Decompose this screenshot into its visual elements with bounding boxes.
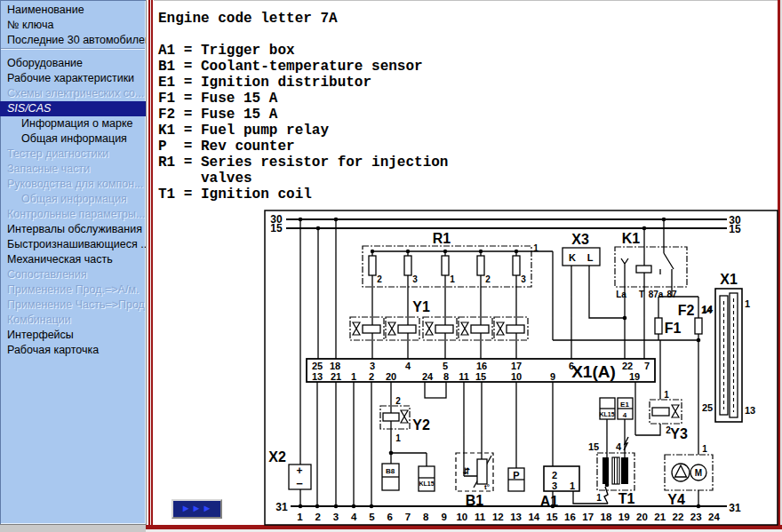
legend-line: R1 = Series resistor for injection: [158, 155, 448, 171]
sidebar-item-12: Руководства для компон...: [0, 177, 146, 192]
sidebar-item-9[interactable]: Общая информация: [0, 131, 146, 147]
pane-divider[interactable]: [146, 0, 154, 532]
legend-line: F1 = Fuse 15 A: [158, 91, 448, 107]
sidebar-separator: [1, 48, 145, 56]
legend-line: P = Rev counter: [158, 139, 448, 155]
sidebar-item-15[interactable]: Интервалы обслуживания: [0, 222, 146, 237]
sidebar-item-14: Контрольные параметры...: [0, 207, 146, 222]
sidebar-item-13: Общая информация: [0, 192, 146, 207]
sidebar-item-1[interactable]: Наименование: [0, 3, 146, 18]
sidebar-item-10: Тестер диагностики: [0, 147, 146, 162]
sidebar-item-8[interactable]: Информация о марке: [0, 116, 146, 131]
sidebar: Наименование№ ключаПоследние 30 автомоби…: [0, 0, 146, 524]
sidebar-item-5[interactable]: Рабочие характеристики: [0, 71, 146, 86]
forward-arrows-icon: ►►►: [181, 503, 213, 513]
sidebar-item-7[interactable]: SIS/CAS: [0, 101, 146, 116]
sidebar-item-2[interactable]: № ключа: [0, 18, 146, 33]
window-frame-right: [778, 0, 782, 532]
legend-line: A1 = Trigger box: [158, 43, 448, 59]
sidebar-item-4[interactable]: Оборудование: [0, 56, 146, 71]
sidebar-item-17[interactable]: Механическая часть: [0, 252, 146, 267]
sidebar-item-21: Комбинации: [0, 313, 146, 328]
sidebar-item-11: Запасные части: [0, 162, 146, 177]
legend-line: E1 = Ignition distributor: [158, 75, 448, 91]
sidebar-item-19: Применение Прод.=>А/м.: [0, 282, 146, 298]
legend-line: valves: [158, 171, 448, 187]
legend-entries: A1 = Trigger boxB1 = Coolant-temperature…: [158, 43, 448, 202]
legend-line: F2 = Fuse 15 A: [158, 107, 448, 123]
sidebar-item-6: Схемы электрических со...: [0, 86, 146, 101]
sidebar-item-20: Применение Часть=>Прод.: [0, 298, 146, 313]
sidebar-item-23[interactable]: Рабочая карточка: [0, 343, 146, 358]
legend-line: T1 = Ignition coil: [158, 187, 448, 202]
page-title: Engine code letter 7A: [158, 11, 448, 27]
sidebar-menu: Наименование№ ключаПоследние 30 автомоби…: [0, 3, 146, 358]
forward-button[interactable]: ►►►: [172, 499, 222, 519]
sidebar-item-22[interactable]: Интерфейсы: [0, 328, 146, 343]
sidebar-bottom-bar: [0, 524, 146, 532]
legend-line: K1 = Fuel pump relay: [158, 123, 448, 139]
sidebar-item-3[interactable]: Последние 30 автомобилей: [0, 33, 146, 48]
sidebar-item-16[interactable]: Быстроизнашивающиеся ...: [0, 237, 146, 252]
sidebar-item-18: Сопоставления: [0, 267, 146, 282]
legend-line: B1 = Coolant-temperature sensor: [158, 59, 448, 75]
window-frame-bottom: [146, 525, 782, 532]
legend: Engine code letter 7A A1 = Trigger boxB1…: [158, 11, 448, 202]
